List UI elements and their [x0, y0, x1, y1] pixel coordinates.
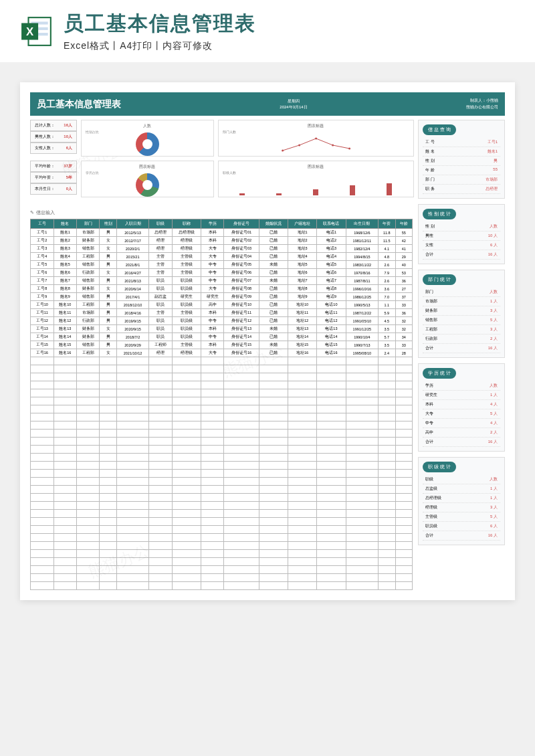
table-row[interactable] [31, 389, 413, 397]
table-row[interactable] [31, 462, 413, 470]
table-row[interactable]: 工号6姓名6行政部女2016/4/27主管主管级中专身份证号06已婚地址6电话6… [31, 269, 413, 277]
stat-male: 男性人数：10人 [30, 131, 77, 143]
stat-row: 工程部3 人 [423, 325, 500, 335]
table-row[interactable]: 工号14姓名14财务部男2018/7/2职员职员级中专身份证号14已婚地址14电… [31, 333, 413, 341]
table-row[interactable] [31, 582, 413, 590]
table-header: 户籍地址 [288, 219, 316, 229]
table-row[interactable] [31, 478, 413, 486]
header-date: 2024年3月14日 [280, 104, 307, 110]
chart-rank-bar: 职级人数 图表标题 [218, 161, 414, 197]
stat-row: 性 别男 [423, 157, 500, 166]
table-row[interactable] [31, 454, 413, 462]
header-author: 小熊猫 [486, 98, 498, 102]
table-row[interactable]: 工号1姓名1市场部男2012/5/13总经理总经理级本科身份证号01已婚地址1电… [31, 229, 413, 237]
stat-row: 女性6 人 [423, 241, 500, 250]
table-row[interactable] [31, 502, 413, 510]
table-row[interactable] [31, 534, 413, 542]
table-row[interactable]: 工号8姓名8财务部女2020/6/14职员职员级大专身份证号08已婚地址8电话8… [31, 285, 413, 293]
stat-row: 经理级3 人 [423, 503, 500, 512]
bar [239, 193, 245, 195]
stat-row: 工 号工号1 [423, 138, 500, 147]
table-row[interactable] [31, 438, 413, 446]
table-row[interactable]: 工号9姓名9销售部男2017/4/1副总监研究生研究生身份证号09已婚地址9电话… [31, 293, 413, 301]
table-row[interactable] [31, 413, 413, 421]
table-row[interactable] [31, 397, 413, 405]
spreadsheet-preview: 熊猫办公 熊猫办公 熊猫办公 员工基本信息管理表 星期四 2024年3月14日 … [20, 82, 515, 600]
edu-stats-panel: 学 历 统 计 学历人数研究生1 人本科4 人大专5 人中专4 人高中2 人合计… [418, 363, 505, 452]
bar [313, 189, 318, 195]
gender-stats-panel: 性 别 统 计 性 别人数男性10 人女性6 人合计16 人 [418, 204, 505, 264]
table-header: 联系电话 [317, 219, 346, 229]
table-row[interactable] [31, 446, 413, 454]
table-header: 年资 [379, 219, 395, 229]
stat-row: 财务部3 人 [423, 306, 500, 316]
table-header: 入职日期 [116, 219, 149, 229]
stat-row: 合计16 人 [423, 438, 500, 447]
query-panel-title: 信 息 查 询 [423, 124, 456, 135]
table-row[interactable] [31, 494, 413, 502]
table-row[interactable] [31, 486, 413, 494]
table-row[interactable] [31, 550, 413, 558]
table-row[interactable]: 工号12姓名12行政部男2019/9/15职员职员级中专身份证号12已婚地址12… [31, 317, 413, 325]
table-row[interactable] [31, 430, 413, 438]
chart-dept-line: 部门人数 图表标题 [218, 120, 414, 157]
header-company: 熊猫办公有限公司 [466, 104, 498, 111]
table-row[interactable]: 工号15姓名15销售部男2020/9/29工程师主管级本科身份证号15未婚地址1… [31, 341, 413, 349]
table-header: 年龄 [395, 219, 412, 229]
dept-stats-panel: 部 门 统 计 部门人数市场部1 人财务部3 人销售部5 人工程部3 人行政部2… [418, 270, 505, 358]
stat-row: 职级人数 [423, 475, 500, 484]
employee-table[interactable]: 工号姓名部门性别入职日期职级职称学历身份证号婚姻状况户籍地址联系电话出生日期年资… [30, 219, 413, 590]
table-row[interactable] [31, 518, 413, 526]
table-row[interactable]: 工号7姓名7销售部男2021/8/13职员职员级中专身份证号07未婚地址7电话7… [31, 277, 413, 285]
table-row[interactable] [31, 558, 413, 566]
svg-point-6 [282, 150, 284, 152]
stat-row: 合计16 人 [423, 344, 500, 353]
table-header: 学历 [201, 219, 223, 229]
table-row[interactable]: 工号13姓名13财务部女2020/9/15职员职员级本科身份证号13未婚地址13… [31, 325, 413, 333]
stat-avg-age: 平均年龄：37岁 [30, 161, 77, 172]
stat-row: 年 龄55 [423, 166, 500, 175]
table-row[interactable] [31, 574, 413, 582]
table-row[interactable] [31, 373, 413, 381]
table-row[interactable]: 工号2姓名2财务部女2012/7/17经理经理级本科身份证号02已婚地址2电话2… [31, 237, 413, 245]
table-header: 工号 [31, 219, 54, 229]
stat-row: 主管级5 人 [423, 512, 500, 522]
table-row[interactable]: 工号11姓名11市场部男2018/4/16主管主管级本科身份证号11已婚地址11… [31, 309, 413, 317]
table-row[interactable] [31, 357, 413, 365]
sheet-title: 员工基本信息管理表 [37, 98, 121, 110]
bar [350, 185, 355, 195]
table-row[interactable] [31, 405, 413, 413]
table-row[interactable] [31, 381, 413, 389]
table-row[interactable]: 工号5姓名5销售部男2021/8/1主管主管级中专身份证号05未婚地址5电话51… [31, 261, 413, 269]
chart-gender-pie: 性别占比 人数 [81, 120, 214, 157]
table-row[interactable]: 工号10姓名10工程部男2018/12/10职员职员级高中身份证号10已婚地址1… [31, 301, 413, 309]
table-row[interactable] [31, 566, 413, 574]
table-row[interactable] [31, 526, 413, 534]
table-row[interactable]: 工号4姓名4工程部男2015/21主管主管级大专身份证号04已婚地址4电话419… [31, 253, 413, 261]
table-row[interactable] [31, 510, 413, 518]
sheet-header: 员工基本信息管理表 星期四 2024年3月14日 制表人：小熊猫 熊猫办公有限公… [30, 92, 505, 116]
input-section-label: ✎ 信息输入 [30, 209, 413, 216]
table-header: 性别 [100, 219, 116, 229]
table-row[interactable] [31, 365, 413, 373]
banner-subtitle: Excel格式丨A4打印丨内容可修改 [64, 40, 515, 52]
stat-row: 行政部2 人 [423, 335, 500, 344]
table-header: 身份证号 [224, 219, 259, 229]
table-row[interactable] [31, 470, 413, 478]
stat-row: 职员级6 人 [423, 522, 500, 531]
table-row[interactable] [31, 542, 413, 550]
header-weekday: 星期四 [280, 98, 307, 104]
table-row[interactable] [31, 421, 413, 430]
stat-row: 姓 名姓名1 [423, 147, 500, 157]
svg-point-10 [348, 148, 350, 150]
stat-female: 女性人数：6人 [30, 143, 77, 154]
table-row[interactable]: 工号3姓名3销售部女2020/2/1经理经理级大专身份证号03已婚地址3电话31… [31, 245, 413, 253]
banner-title: 员工基本信息管理表 [64, 10, 515, 37]
stat-row: 部 门市场部 [423, 175, 500, 185]
stat-row: 总经理级1 人 [423, 494, 500, 503]
table-row[interactable]: 工号16姓名16工程部女2021/10/12经理经理级大专身份证号16已婚地址1… [31, 349, 413, 357]
stat-row: 销售部5 人 [423, 316, 500, 325]
stat-row: 中专4 人 [423, 419, 500, 428]
bar [387, 183, 392, 195]
svg-point-7 [298, 145, 300, 147]
